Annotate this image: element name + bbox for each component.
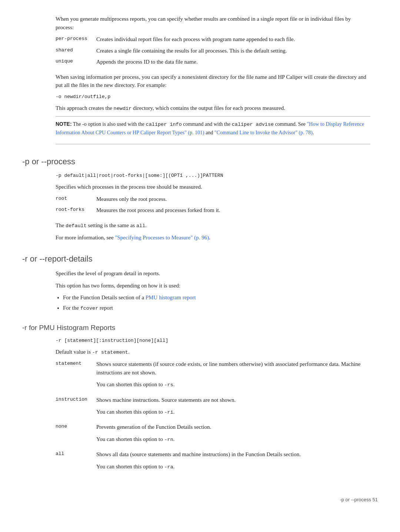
- section-r-pmu-default: Default value is -r statement.: [56, 348, 370, 356]
- intro-paragraph3: This approach creates the newdir directo…: [56, 104, 370, 112]
- section-r-pmu-syntax: -r [statement][:instruction][none][all]: [56, 337, 370, 344]
- note-text-mid1: command and with the: [182, 121, 232, 127]
- term-statement: statement: [56, 360, 96, 395]
- section-p-syntax: -p default|all|root|root-forks|[some:][(…: [56, 172, 370, 179]
- default-end: .: [145, 222, 147, 228]
- default-code2: all: [136, 223, 145, 229]
- default-mid: setting is the same as: [87, 222, 136, 228]
- note-code1: caliper info: [146, 122, 182, 127]
- section-p-more-info: For more information, see "Specifying Pr…: [56, 233, 370, 242]
- note-label: NOTE:: [56, 121, 72, 127]
- def-row-all: all Shows all data (source statements an…: [56, 450, 370, 478]
- intro-paragraph2: When saving information per process, you…: [56, 73, 370, 90]
- code-newdir: newdir: [114, 106, 132, 111]
- para3-post: directory, which contains the output fil…: [131, 105, 285, 111]
- none-desc1: Prevents generation of the Function Deta…: [96, 423, 370, 431]
- def-row-per-process: per-process Creates individual report fi…: [56, 35, 370, 47]
- desc-statement: Shows source statements (if source code …: [96, 360, 370, 395]
- section-r-desc1: Specifies the level of program detail in…: [56, 269, 370, 278]
- section-p-heading: -p or --process: [22, 155, 378, 168]
- more-info-pre: For more information, see: [56, 235, 115, 240]
- note-text-mid2: command. See: [274, 121, 307, 127]
- desc-none: Prevents generation of the Function Deta…: [96, 423, 370, 450]
- all-desc1: Shows all data (source statements and ma…: [96, 450, 370, 459]
- none-desc2: You can shorten this option to -rn.: [96, 435, 370, 444]
- term-all: all: [56, 450, 96, 478]
- term-unique: unique: [56, 58, 96, 69]
- section-p-default: The default setting is the same as all.: [56, 221, 370, 230]
- instr-desc1: Shows machine instructions. Source state…: [96, 396, 370, 404]
- def-row-root: root Measures only the root process.: [56, 195, 370, 206]
- code-example: -o newdir/outfile,p: [56, 93, 370, 101]
- fcover-code: fcover: [80, 306, 99, 311]
- term-none: none: [56, 423, 96, 450]
- section-r-pmu-definitions: statement Shows source statements (if so…: [56, 360, 370, 478]
- section-p-desc: Specifies which processes in the process…: [56, 183, 370, 191]
- term-instruction: instruction: [56, 396, 96, 423]
- section-r-bullets: For the Function Details section of a PM…: [63, 293, 370, 312]
- pmu-histogram-link[interactable]: PMU histogram report: [146, 294, 196, 300]
- term-root-forks: root-forks: [56, 206, 96, 218]
- def-row-root-forks: root-forks Measures the root process and…: [56, 206, 370, 218]
- note-and: and: [204, 130, 214, 135]
- def-row-instruction: instruction Shows machine instructions. …: [56, 396, 370, 423]
- note-content: NOTE: The -o option is also used with th…: [56, 120, 370, 136]
- stmt-desc1: Shows source statements (if source code …: [96, 360, 370, 377]
- term-per-process: per-process: [56, 35, 96, 47]
- section-r-heading: -r or --report-details: [22, 253, 378, 265]
- def-row-unique: unique Appends the process ID to the dat…: [56, 58, 370, 69]
- instr-desc2: You can shorten this option to -ri.: [96, 408, 370, 416]
- para3-pre: This approach creates the: [56, 105, 114, 111]
- rp-default-code: -r statement: [92, 350, 128, 355]
- page-footer: -p or --process 51: [22, 496, 378, 504]
- desc-root-forks: Measures the root process and processes …: [96, 206, 370, 218]
- bullet-fcover-post: report: [98, 305, 113, 311]
- section-r-pmu-heading: -r for PMU Histogram Reports: [22, 323, 378, 333]
- desc-unique: Appends the process ID to the data file …: [96, 58, 370, 69]
- section-p-definitions: root Measures only the root process. roo…: [56, 195, 370, 218]
- intro-paragraph1: When you generate multiprocess reports, …: [56, 15, 370, 31]
- bullet-pmu: For the Function Details section of a PM…: [63, 293, 370, 302]
- bullet-fcover-pre: For the: [63, 305, 80, 311]
- def-row-none: none Prevents generation of the Function…: [56, 423, 370, 450]
- note-code2: caliper advise: [232, 122, 274, 127]
- default-pre: The: [56, 222, 66, 228]
- intro-definitions: per-process Creates individual report fi…: [56, 35, 370, 69]
- all-desc2: You can shorten this option to -ra.: [96, 462, 370, 471]
- desc-all: Shows all data (source statements and ma…: [96, 450, 370, 478]
- default-code: default: [66, 223, 87, 229]
- note-link2[interactable]: "Command Line to Invoke the Advisor" (p.…: [214, 130, 313, 135]
- desc-shared: Creates a single file containing the res…: [96, 47, 370, 58]
- section-r-desc2: This option has two forms, depending on …: [56, 282, 370, 290]
- def-row-statement: statement Shows source statements (if so…: [56, 360, 370, 395]
- more-info-end: .: [209, 235, 210, 240]
- bullet-fcover: For the fcover report: [63, 304, 370, 312]
- bullet-pmu-pre: For the Function Details section of a: [63, 294, 146, 300]
- stmt-desc2: You can shorten this option to -rs.: [96, 380, 370, 389]
- more-info-link[interactable]: "Specifying Processes to Measure" (p. 96…: [115, 235, 209, 240]
- def-row-shared: shared Creates a single file containing …: [56, 47, 370, 58]
- term-root: root: [56, 195, 96, 206]
- note-end: .: [313, 130, 314, 135]
- rp-default-pre: Default value is: [56, 349, 92, 355]
- rp-default-end: .: [128, 349, 130, 355]
- desc-instruction: Shows machine instructions. Source state…: [96, 396, 370, 423]
- note-text-pre: The -o option is also used with the: [73, 121, 146, 127]
- desc-per-process: Creates individual report files for each…: [96, 35, 370, 47]
- note-box: NOTE: The -o option is also used with th…: [56, 116, 370, 144]
- desc-root: Measures only the root process.: [96, 195, 370, 206]
- term-shared: shared: [56, 47, 96, 58]
